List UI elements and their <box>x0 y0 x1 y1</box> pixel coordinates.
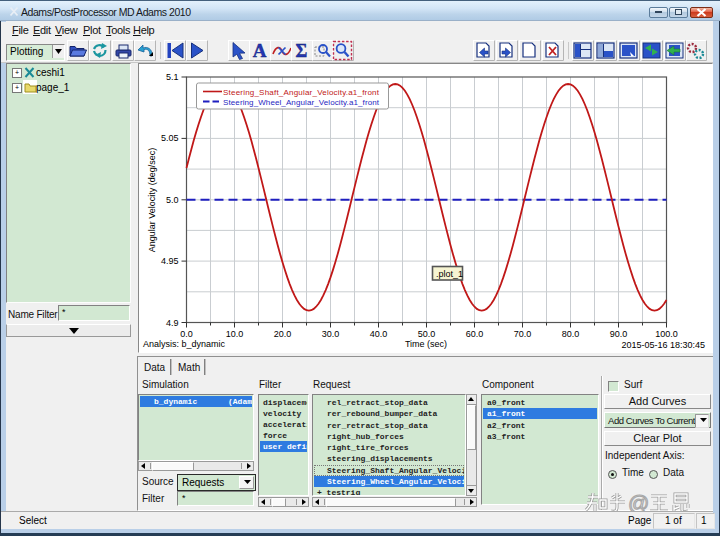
svg-text:20.0: 20.0 <box>274 329 292 339</box>
svg-text:100.0: 100.0 <box>655 329 678 339</box>
svg-text:Time (sec): Time (sec) <box>405 339 447 349</box>
svg-text:Steering_Wheel_Angular_Velocit: Steering_Wheel_Angular_Velocity.a1_front <box>223 98 380 107</box>
svg-text:5.0: 5.0 <box>166 195 179 205</box>
svg-text:40.0: 40.0 <box>370 329 388 339</box>
svg-text:5.1: 5.1 <box>166 72 179 82</box>
svg-text:30.0: 30.0 <box>322 329 340 339</box>
svg-text:Angular Velocity (deg/sec): Angular Velocity (deg/sec) <box>147 148 157 253</box>
svg-text:4.9: 4.9 <box>166 318 179 328</box>
svg-text:5.05: 5.05 <box>161 133 179 143</box>
svg-text:A: A <box>253 40 267 61</box>
svg-text:10.0: 10.0 <box>226 329 244 339</box>
svg-text:50.0: 50.0 <box>418 329 436 339</box>
svg-text:2015-05-16 18:30:45: 2015-05-16 18:30:45 <box>621 340 705 350</box>
svg-text:.plot_1: .plot_1 <box>436 269 463 279</box>
svg-text:Σ: Σ <box>296 41 308 61</box>
svg-text:0.0: 0.0 <box>180 329 193 339</box>
svg-text:70.0: 70.0 <box>514 329 532 339</box>
svg-text:Analysis: b_dynamic: Analysis: b_dynamic <box>143 339 226 349</box>
svg-text:60.0: 60.0 <box>466 329 484 339</box>
svg-text:Steering_Shaft_Angular_Velocit: Steering_Shaft_Angular_Velocity.a1_front <box>223 88 380 97</box>
svg-text:90.0: 90.0 <box>610 329 628 339</box>
svg-text:80.0: 80.0 <box>562 329 580 339</box>
svg-text:4.95: 4.95 <box>161 256 179 266</box>
